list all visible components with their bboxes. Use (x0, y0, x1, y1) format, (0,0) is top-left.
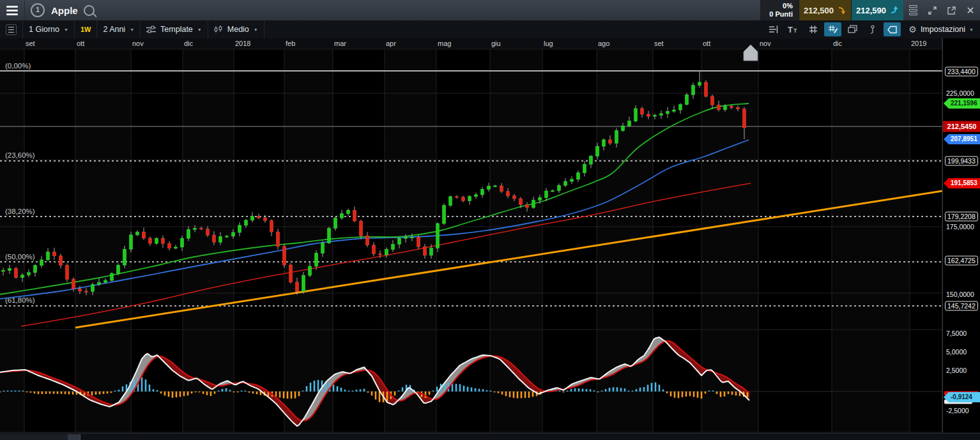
instrument-title: Apple (51, 5, 78, 16)
svg-text:T: T (788, 25, 793, 34)
scrollbar-track-segment (0, 434, 68, 440)
svg-text:(50,00%): (50,00%) (5, 253, 35, 261)
sliders-icon (146, 26, 156, 34)
draw-tool-icon[interactable] (824, 22, 841, 36)
stack-windows-icon[interactable] (903, 0, 923, 20)
search-icon[interactable] (84, 5, 95, 16)
sell-arrow-icon (838, 6, 846, 15)
change-info: 0% 0 Punti (760, 0, 799, 20)
svg-text:T: T (793, 27, 797, 34)
svg-text:lug: lug (544, 40, 553, 47)
menu-icon[interactable] (0, 0, 25, 20)
scale-tool-icon[interactable] (765, 22, 782, 36)
chart-list-button[interactable] (0, 20, 23, 38)
popout-icon[interactable] (942, 0, 961, 20)
chart-area: setottnovdic2018febmaraprmaggiulugagoset… (0, 38, 980, 440)
range-label: 2 Anni (103, 25, 125, 34)
axis-label: 5,0000 (946, 348, 967, 356)
svg-text:ott: ott (77, 40, 84, 47)
sell-button[interactable]: 212,500 (799, 0, 851, 20)
axis-label: 233,4400 (945, 67, 978, 77)
sell-price: 212,500 (804, 6, 834, 15)
chart-toolbar: 1 Giorno ▼ 1W 2 Anni ▼ Template ▼ Me (0, 20, 980, 39)
chevron-down-icon: ▼ (197, 27, 202, 32)
trading-chart-window: 1 Apple 0% 0 Punti 212,500 212,590 (0, 0, 980, 440)
template-label: Template (160, 25, 193, 34)
svg-text:(0,00%): (0,00%) (5, 62, 31, 70)
layers-tool-icon[interactable] (844, 22, 861, 36)
plumbline-tool-icon[interactable] (864, 22, 881, 36)
period-label: 1 Giorno (29, 25, 59, 34)
svg-text:ott: ott (703, 40, 710, 47)
change-percent: 0% (769, 2, 793, 10)
gear-icon: ⚙ (908, 24, 917, 34)
svg-text:apr: apr (386, 40, 396, 47)
period-dropdown[interactable]: 1 Giorno ▼ (23, 20, 75, 38)
svg-text:2019: 2019 (911, 40, 926, 47)
price-chart-canvas[interactable]: setottnovdic2018febmaraprmaggiulugagoset… (0, 38, 980, 440)
axis-label: 199,9433 (945, 156, 978, 166)
chart-number-badge: 1 (31, 3, 45, 17)
change-points: 0 Punti (769, 10, 793, 19)
svg-text:(38,20%): (38,20%) (5, 208, 35, 215)
axis-label: 7,5000 (946, 330, 967, 337)
toolbar-spacer (264, 20, 764, 38)
chart-type-dropdown[interactable]: Medio ▼ (208, 20, 264, 38)
axis-label: 162,4725 (945, 256, 978, 266)
axis-label: 150,0000 (946, 291, 974, 298)
svg-text:nov: nov (760, 40, 771, 47)
axis-label: -2,5000 (946, 407, 969, 414)
text-tool-icon[interactable]: TT (785, 22, 802, 36)
svg-text:ago: ago (598, 40, 609, 47)
axis-label: 145,7242 (945, 301, 978, 311)
shape-tool-icon[interactable] (884, 22, 901, 36)
axis-label: 221,1596 (944, 98, 980, 109)
svg-text:dic: dic (184, 40, 194, 47)
svg-text:set: set (654, 40, 664, 47)
chart-type-label: Medio (227, 25, 249, 34)
chevron-down-icon: ▼ (64, 27, 68, 32)
range-dropdown[interactable]: 2 Anni ▼ (97, 20, 141, 38)
horizontal-scrollbar[interactable] (0, 433, 980, 440)
chevron-down-icon: ▼ (254, 27, 258, 32)
list-icon (6, 24, 17, 35)
chevron-down-icon: ▼ (969, 27, 974, 32)
axis-label: -0,9124 (944, 392, 980, 402)
template-dropdown[interactable]: Template ▼ (141, 20, 208, 38)
scrollbar-handle[interactable] (68, 434, 80, 440)
svg-text:(23,60%): (23,60%) (5, 151, 35, 159)
timeframe-badge[interactable]: 1W (75, 20, 98, 38)
axis-label: 175,0000 (946, 223, 974, 231)
buy-price: 212,590 (856, 6, 886, 15)
svg-text:mar: mar (334, 40, 346, 47)
buy-arrow-icon (890, 6, 899, 15)
grid-tool-icon[interactable] (804, 22, 822, 36)
axis-label: 191,5853 (944, 178, 980, 188)
current-price-tag: 212,5450 (943, 121, 980, 132)
svg-text:2018: 2018 (235, 40, 250, 47)
timeframe-label: 1W (80, 26, 91, 33)
svg-text:set: set (26, 40, 35, 47)
axis-label: 179,2208 (945, 212, 978, 222)
svg-text:feb: feb (286, 40, 295, 47)
axis-label: 225,0000 (946, 89, 974, 97)
window-title-bar: 1 Apple 0% 0 Punti 212,500 212,590 (0, 0, 980, 21)
close-icon[interactable]: ✕ (961, 0, 980, 20)
buy-button[interactable]: 212,590 (851, 0, 903, 20)
settings-label: Impostazioni (921, 25, 965, 34)
svg-text:mag: mag (438, 40, 451, 47)
axis-label: 2,5000 (946, 367, 967, 374)
price-axis[interactable]: 233,4400225,0000221,1596212,5450207,8951… (942, 38, 980, 432)
settings-dropdown[interactable]: ⚙ Impostazioni ▼ (902, 24, 980, 34)
svg-text:giu: giu (491, 40, 501, 47)
svg-text:nov: nov (132, 40, 144, 47)
axis-label: 207,8951 (944, 134, 980, 144)
expand-icon[interactable] (923, 0, 942, 20)
chevron-down-icon: ▼ (130, 27, 134, 32)
svg-text:dic: dic (833, 40, 843, 47)
candlestick-icon (214, 25, 223, 34)
